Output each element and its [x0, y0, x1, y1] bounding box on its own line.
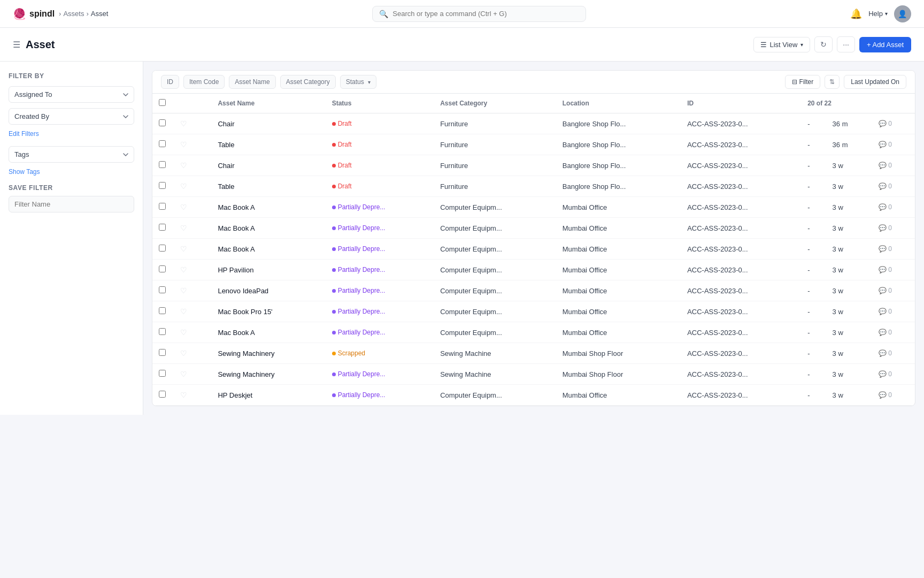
comments-badge: 💬 0 [879, 162, 908, 169]
sidebar-toggle-icon[interactable]: ☰ [13, 40, 20, 50]
favorite-icon[interactable]: ♡ [180, 140, 187, 149]
table-row[interactable]: ♡ Chair Draft Furniture Banglore Shop Fl… [152, 155, 915, 176]
table-row[interactable]: ♡ Mac Book A Partially Depre... Computer… [152, 218, 915, 239]
comments-badge: 💬 0 [879, 203, 908, 211]
row-name-cell[interactable]: Table [211, 134, 325, 155]
list-view-label: List View [770, 41, 798, 49]
table-row[interactable]: ♡ Table Draft Furniture Banglore Shop Fl… [152, 176, 915, 197]
row-name-cell[interactable]: HP Deskjet [211, 385, 325, 406]
row-checkbox[interactable] [159, 328, 166, 335]
favorite-icon[interactable]: ♡ [180, 370, 187, 378]
col-filter-asset-category[interactable]: Asset Category [280, 75, 336, 89]
table-row[interactable]: ♡ Sewing Machinery Scrapped Sewing Machi… [152, 343, 915, 364]
logo[interactable]: 🧶 spindl [13, 7, 55, 20]
header-asset-name[interactable]: Asset Name [211, 94, 325, 113]
row-checkbox[interactable] [159, 245, 166, 252]
table-row[interactable]: ♡ Sewing Machinery Partially Depre... Se… [152, 364, 915, 385]
status-text: Scrapped [338, 349, 365, 357]
table-row[interactable]: ♡ Table Draft Furniture Banglore Shop Fl… [152, 134, 915, 155]
row-time-cell: - [801, 197, 826, 218]
add-asset-button[interactable]: + Add Asset [859, 37, 911, 52]
favorite-icon[interactable]: ♡ [180, 265, 187, 274]
row-name-cell[interactable]: Mac Book A [211, 239, 325, 260]
col-filter-asset-name[interactable]: Asset Name [229, 75, 275, 89]
col-filter-id[interactable]: ID [161, 75, 179, 89]
table-row[interactable]: ♡ HP Deskjet Partially Depre... Computer… [152, 385, 915, 406]
favorite-icon[interactable]: ♡ [180, 286, 187, 295]
elapsed-text: 3 w [833, 349, 843, 358]
row-checkbox[interactable] [159, 349, 166, 356]
filter-icon: ⊟ [792, 78, 797, 86]
favorite-icon[interactable]: ♡ [180, 307, 187, 316]
row-comments-cell: 💬 0 [872, 364, 915, 385]
table-row[interactable]: ♡ Chair Draft Furniture Banglore Shop Fl… [152, 113, 915, 134]
favorite-icon[interactable]: ♡ [180, 161, 187, 170]
favorite-icon[interactable]: ♡ [180, 119, 187, 128]
favorite-icon[interactable]: ♡ [180, 224, 187, 232]
row-checkbox[interactable] [159, 224, 166, 231]
favorite-icon[interactable]: ♡ [180, 349, 187, 358]
created-by-select[interactable]: Created By [9, 108, 134, 125]
table-row[interactable]: ♡ HP Pavilion Partially Depre... Compute… [152, 260, 915, 280]
more-options-button[interactable]: ··· [837, 36, 855, 52]
list-view-button[interactable]: ☰ List View ▾ [753, 37, 811, 52]
notifications-button[interactable]: 🔔 [850, 8, 862, 20]
row-checkbox[interactable] [159, 119, 166, 126]
table-row[interactable]: ♡ Mac Book A Partially Depre... Computer… [152, 322, 915, 343]
header-id[interactable]: ID [681, 94, 801, 113]
col-filter-item-code[interactable]: Item Code [183, 75, 225, 89]
table-row[interactable]: ♡ Mac Book A Partially Depre... Computer… [152, 197, 915, 218]
row-name-cell[interactable]: Mac Book Pro 15' [211, 301, 325, 322]
row-checkbox[interactable] [159, 370, 166, 377]
row-id-cell: ACC-ASS-2023-0... [681, 218, 801, 239]
row-name-cell[interactable]: Mac Book A [211, 197, 325, 218]
filter-button[interactable]: ⊟ Filter [785, 75, 821, 89]
edit-filters-link[interactable]: Edit Filters [9, 130, 134, 138]
row-checkbox-cell [152, 197, 174, 218]
row-checkbox[interactable] [159, 307, 166, 314]
assigned-to-select[interactable]: Assigned To [9, 86, 134, 103]
favorite-icon[interactable]: ♡ [180, 328, 187, 337]
row-checkbox[interactable] [159, 265, 166, 272]
row-name-cell[interactable]: Lenovo IdeaPad [211, 280, 325, 301]
header-asset-category[interactable]: Asset Category [434, 94, 556, 113]
time-text: - [807, 349, 810, 358]
row-name-cell[interactable]: Table [211, 176, 325, 197]
row-name-cell[interactable]: Mac Book A [211, 322, 325, 343]
row-name-cell[interactable]: Sewing Machinery [211, 364, 325, 385]
help-button[interactable]: Help ▾ [868, 10, 888, 18]
row-name-cell[interactable]: Chair [211, 155, 325, 176]
last-updated-button[interactable]: Last Updated On [844, 75, 906, 89]
row-checkbox[interactable] [159, 203, 166, 210]
table-row[interactable]: ♡ Mac Book A Partially Depre... Computer… [152, 239, 915, 260]
header-status[interactable]: Status [326, 94, 434, 113]
sort-button[interactable]: ⇅ [825, 75, 840, 89]
show-tags-link[interactable]: Show Tags [9, 168, 134, 176]
table-row[interactable]: ♡ Mac Book Pro 15' Partially Depre... Co… [152, 301, 915, 322]
filter-name-input[interactable] [9, 196, 134, 212]
row-name-cell[interactable]: HP Pavilion [211, 260, 325, 280]
favorite-icon[interactable]: ♡ [180, 203, 187, 211]
category-text: Sewing Machine [440, 370, 491, 378]
favorite-icon[interactable]: ♡ [180, 182, 187, 191]
tags-select[interactable]: Tags [9, 146, 134, 163]
user-avatar[interactable]: 👤 [894, 5, 911, 22]
select-all-checkbox[interactable] [159, 99, 166, 106]
row-name-cell[interactable]: Sewing Machinery [211, 343, 325, 364]
refresh-button[interactable]: ↻ [814, 36, 833, 52]
row-checkbox[interactable] [159, 140, 166, 147]
favorite-icon[interactable]: ♡ [180, 391, 187, 399]
breadcrumb-assets[interactable]: Assets [63, 10, 84, 18]
col-filter-status[interactable]: Status ▾ [340, 75, 376, 89]
row-checkbox[interactable] [159, 286, 166, 293]
table-row[interactable]: ♡ Lenovo IdeaPad Partially Depre... Comp… [152, 280, 915, 301]
row-checkbox[interactable] [159, 182, 166, 189]
logo-icon: 🧶 [13, 7, 26, 20]
search-input[interactable] [392, 10, 579, 18]
favorite-icon[interactable]: ♡ [180, 245, 187, 253]
row-checkbox[interactable] [159, 391, 166, 398]
header-location[interactable]: Location [556, 94, 681, 113]
row-name-cell[interactable]: Chair [211, 113, 325, 134]
row-name-cell[interactable]: Mac Book A [211, 218, 325, 239]
row-checkbox[interactable] [159, 161, 166, 168]
